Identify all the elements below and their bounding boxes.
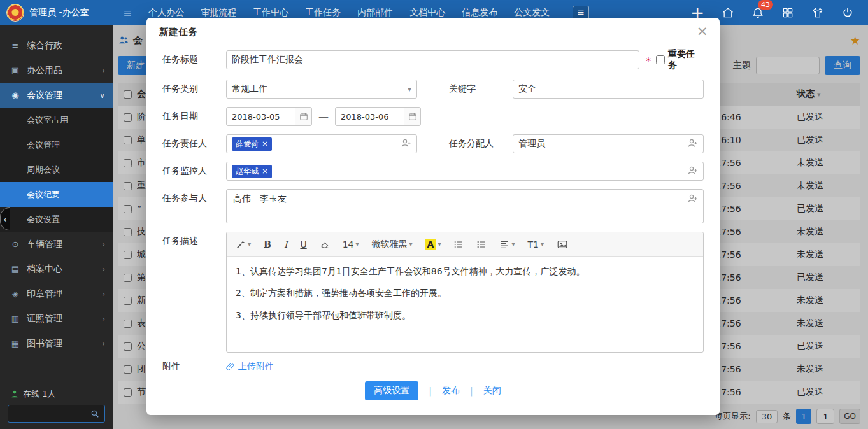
add-person-icon[interactable]	[688, 165, 698, 178]
nav-item[interactable]: 个人办公	[148, 7, 184, 18]
sidebar-item-seal-management[interactable]: ◈ 印章管理 ›	[0, 281, 113, 306]
submenu-item-meeting-minutes[interactable]: 会议纪要	[0, 182, 113, 207]
nav-item[interactable]: 公文发文	[514, 7, 550, 18]
eraser-icon	[320, 239, 330, 250]
bullet-list-button[interactable]	[449, 237, 468, 252]
app-logo-icon	[6, 4, 24, 22]
nav-item[interactable]: 审批流程	[201, 7, 236, 18]
sidebar-toggle-icon[interactable]: ≡	[123, 6, 132, 19]
add-person-icon[interactable]	[688, 193, 698, 206]
description-label: 任务描述	[162, 232, 226, 247]
chevron-right-icon: ›	[102, 314, 105, 323]
description-line: 2、制定方案和措施，强势推动各项安全工作的开展。	[236, 282, 694, 304]
submenu-item-meeting-room[interactable]: 会议室占用	[0, 108, 113, 132]
sidebar-item-meeting-management[interactable]: ◉ 会议管理 ∨	[0, 83, 113, 108]
online-label: 在线 1人	[23, 388, 55, 400]
font-family-select[interactable]: 微软雅黑 ▾	[367, 236, 417, 253]
description-content[interactable]: 1、认真传达学习集团7月1日安全生产工作会议和86号文件精神，大力宣传，广泛发动…	[227, 257, 703, 352]
owner-field[interactable]: 薛爱荷×	[226, 134, 417, 153]
monitor-tag: 赵华威×	[232, 165, 272, 178]
eraser-button[interactable]	[315, 237, 334, 252]
notifications-button[interactable]: 43	[751, 6, 764, 19]
sidebar: ≡ 综合行政 ▣ 办公用品 › ◉ 会议管理 ∨ 会议室占用 会议管理 周期会议…	[0, 25, 113, 429]
close-button[interactable]: 关闭	[483, 385, 501, 397]
image-icon	[557, 239, 568, 250]
add-person-icon[interactable]	[401, 138, 411, 150]
important-task-checkbox[interactable]	[656, 55, 665, 64]
sidebar-item-vehicle-management[interactable]: ⊙ 车辆管理 ›	[0, 232, 113, 257]
new-task-modal: 新建任务 × 任务标题 * 重要任务 任务类别 常规工作 ▾ 关键字 任务日期	[146, 18, 720, 415]
italic-button[interactable]: I	[280, 237, 292, 252]
home-button[interactable]	[722, 6, 734, 19]
submenu-item-meeting-management[interactable]: 会议管理	[0, 132, 113, 157]
chevron-right-icon: ›	[102, 66, 105, 75]
sidebar-footer: 在线 1人	[0, 388, 113, 423]
sidebar-item-license-management[interactable]: ▥ 证照管理 ›	[0, 306, 113, 331]
nav-item[interactable]: 内部邮件	[357, 7, 393, 18]
folder-icon: ▤	[10, 264, 20, 274]
font-size-select[interactable]: 14 ▾	[338, 237, 364, 252]
monitor-field[interactable]: 赵华威×	[226, 162, 704, 181]
start-date-picker[interactable]: 2018-03-05	[226, 107, 312, 126]
owner-tag: 薛爱荷×	[232, 137, 272, 151]
shirt-icon	[811, 6, 824, 19]
logout-button[interactable]	[841, 6, 854, 19]
sidebar-item-office-supplies[interactable]: ▣ 办公用品 ›	[0, 58, 113, 83]
advanced-settings-button[interactable]: 高级设置	[365, 381, 418, 400]
submenu-item-periodic-meeting[interactable]: 周期会议	[0, 157, 113, 182]
format-magic-button[interactable]: ▾	[232, 237, 255, 251]
current-user-label[interactable]: 管理员 -办公室	[29, 7, 89, 18]
editor-toolbar: ▾ B I U 14 ▾ 微软雅黑	[227, 232, 703, 257]
text-style-button[interactable]: T1 ▾	[523, 237, 548, 252]
upload-attachment-link[interactable]: 上传附件	[226, 361, 274, 372]
add-person-icon[interactable]	[688, 138, 698, 150]
end-date-picker[interactable]: 2018-03-06	[335, 107, 421, 126]
close-icon[interactable]: ×	[697, 24, 708, 38]
participants-field[interactable]: 高伟 李玉友	[226, 189, 704, 223]
nav-item[interactable]: 工作任务	[305, 7, 341, 18]
publish-button[interactable]: 发布	[442, 385, 460, 397]
sidebar-search-input[interactable]	[13, 409, 90, 419]
person-online-icon	[10, 390, 19, 398]
ordered-list-icon	[476, 239, 487, 250]
tag-close-icon[interactable]: ×	[262, 167, 268, 175]
sidebar-search	[8, 405, 105, 423]
submenu-item-meeting-settings[interactable]: 会议设置	[0, 207, 113, 232]
sidebar-item-label: 档案中心	[27, 264, 62, 275]
chevron-right-icon: ›	[102, 290, 105, 299]
align-button[interactable]: ▾	[495, 237, 519, 252]
bold-button[interactable]: B	[259, 237, 276, 252]
caret-down-icon: ▾	[248, 241, 251, 248]
insert-image-button[interactable]	[552, 236, 573, 253]
owner-label: 任务责任人	[162, 138, 226, 150]
highlight-color-button[interactable]: A ▾	[421, 237, 446, 252]
tag-close-icon[interactable]: ×	[262, 140, 268, 148]
task-type-select[interactable]: 常规工作 ▾	[226, 80, 417, 99]
logo-area: 管理员 -办公室	[0, 4, 113, 22]
keyword-label: 关键字	[449, 83, 513, 95]
participants-label: 任务参与人	[162, 189, 226, 204]
underline-button[interactable]: U	[295, 237, 311, 252]
apps-grid-button[interactable]	[781, 6, 794, 19]
sidebar-item-general-admin[interactable]: ≡ 综合行政	[0, 33, 113, 58]
layers-icon: ≡	[10, 41, 20, 50]
keyword-input[interactable]	[513, 80, 704, 99]
calendar-icon[interactable]	[295, 108, 311, 125]
sidebar-item-archive-center[interactable]: ▤ 档案中心 ›	[0, 257, 113, 281]
sidebar-item-library-management[interactable]: ▦ 图书管理 ›	[0, 331, 113, 356]
nav-item[interactable]: 信息发布	[462, 7, 497, 18]
sidebar-item-label: 印章管理	[27, 288, 62, 300]
car-icon: ⊙	[10, 239, 20, 249]
nav-item[interactable]: 工作中心	[253, 7, 288, 18]
highlight-a-icon: A	[425, 239, 436, 250]
align-left-icon	[499, 239, 509, 250]
sidebar-item-label: 图书管理	[27, 338, 62, 349]
assigner-field[interactable]: 管理员	[513, 134, 704, 153]
ordered-list-button[interactable]	[472, 237, 491, 252]
search-icon[interactable]	[90, 409, 99, 418]
theme-button[interactable]	[811, 6, 824, 19]
pencil-icon: ▣	[10, 66, 20, 75]
nav-item[interactable]: 文档中心	[409, 7, 445, 18]
calendar-icon[interactable]	[404, 108, 420, 125]
task-title-input[interactable]	[226, 50, 639, 69]
